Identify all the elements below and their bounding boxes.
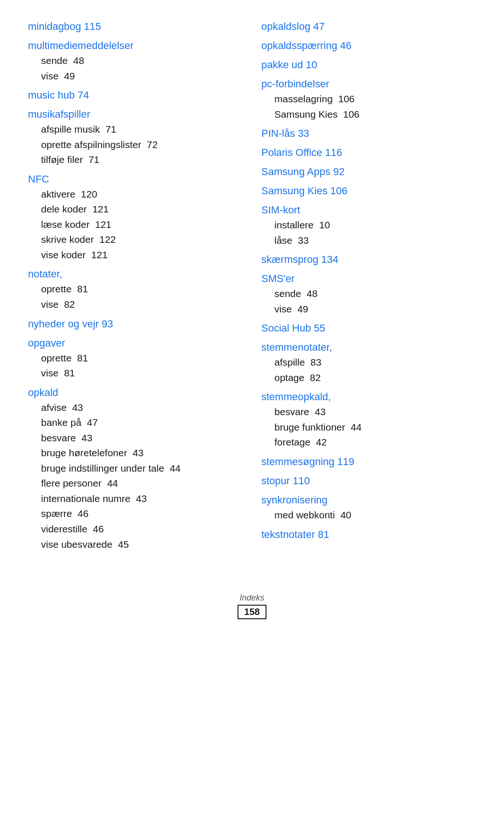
sub-entry: afvise 43	[28, 400, 243, 416]
sub-entry: banke på 47	[28, 415, 243, 431]
entry-block: pakke ud10	[261, 57, 476, 72]
entry-block: Samsung Kies106	[261, 183, 476, 198]
entry-heading: musikafspiller	[28, 106, 243, 122]
sub-entry: optage 82	[261, 370, 476, 386]
sub-entry: spærre 46	[28, 506, 243, 522]
entry-block: Polaris Office116	[261, 145, 476, 160]
entry-block: opkaldsspærring46	[261, 38, 476, 53]
sub-entry: besvare 43	[261, 404, 476, 420]
sub-entry: oprette afspilningslister 72	[28, 137, 243, 153]
entry-heading: stemmesøgning119	[261, 454, 476, 469]
sub-entry: vise 81	[28, 366, 243, 381]
entry-block: skærmsprog134	[261, 252, 476, 267]
entry-block: PIN-lås33	[261, 126, 476, 141]
entry-block: opgaveroprette 81vise 81	[28, 335, 243, 381]
entry-heading: opgaver	[28, 335, 243, 351]
footer: Indeks 158	[28, 584, 476, 619]
sub-entry: installere 10	[261, 218, 476, 233]
entry-block: minidagbog115	[28, 19, 243, 34]
page-content: minidagbog115multimediemeddelelsersende …	[28, 19, 476, 556]
sub-entry: dele koder 121	[28, 202, 243, 217]
sub-entry: besvare 43	[28, 431, 243, 446]
sub-entry: vise ubesvarede 45	[28, 537, 243, 552]
sub-entry: tilføje filer 71	[28, 152, 243, 168]
sub-entry: bruge indstillinger under tale 44	[28, 461, 243, 476]
sub-entry: afspille 83	[261, 355, 476, 370]
entry-heading: opkaldsspærring46	[261, 38, 476, 53]
entry-block: multimediemeddelelsersende 48vise 49	[28, 38, 243, 84]
entry-heading: pc-forbindelser	[261, 76, 476, 92]
entry-heading: stopur110	[261, 473, 476, 488]
entry-block: opkaldslog47	[261, 19, 476, 34]
sub-entry: vise koder 121	[28, 247, 243, 263]
entry-heading: tekstnotater81	[261, 527, 476, 542]
entry-heading: music hub74	[28, 87, 243, 103]
entry-heading: synkronisering	[261, 492, 476, 508]
sub-entry: sende 48	[261, 286, 476, 302]
sub-entry: afspille musik 71	[28, 122, 243, 137]
entry-heading: NFC	[28, 171, 243, 187]
entry-heading: opkaldslog47	[261, 19, 476, 34]
entry-block: stemmesøgning119	[261, 454, 476, 469]
entry-heading: stemmenotater,	[261, 339, 476, 355]
sub-entry: foretage 42	[261, 435, 476, 450]
entry-heading: stemmeopkald,	[261, 389, 476, 404]
entry-heading: pakke ud10	[261, 57, 476, 72]
entry-heading: opkald	[28, 385, 243, 400]
left-column: minidagbog115multimediemeddelelsersende …	[28, 19, 257, 556]
sub-entry: sende 48	[28, 53, 243, 69]
entry-block: notater,oprette 81vise 82	[28, 266, 243, 312]
footer-page: 158	[238, 605, 266, 619]
sub-entry: låse 33	[261, 233, 476, 248]
sub-entry: internationale numre 43	[28, 491, 243, 507]
sub-entry: vise 49	[261, 302, 476, 317]
sub-entry: bruge høretelefoner 43	[28, 445, 243, 461]
entry-heading: Samsung Apps92	[261, 164, 476, 179]
entry-block: opkaldafvise 43banke på 47besvare 43brug…	[28, 385, 243, 552]
sub-entry: viderestille 46	[28, 522, 243, 537]
entry-block: stemmeopkald,besvare 43bruge funktioner …	[261, 389, 476, 450]
sub-entry: skrive koder 122	[28, 232, 243, 247]
entry-block: SMS'ersende 48vise 49	[261, 271, 476, 317]
entry-block: synkroniseringmed webkonti 40	[261, 492, 476, 523]
sub-entry: læse koder 121	[28, 217, 243, 233]
entry-heading: Samsung Kies106	[261, 183, 476, 198]
entry-heading: SMS'er	[261, 271, 476, 286]
entry-heading: nyheder og vejr93	[28, 316, 243, 332]
entry-heading: PIN-lås33	[261, 126, 476, 141]
entry-heading: multimediemeddelelser	[28, 38, 243, 53]
footer-label: Indeks	[28, 593, 476, 603]
right-column: opkaldslog47opkaldsspærring46pakke ud10p…	[257, 19, 476, 556]
sub-entry: masselagring 106	[261, 92, 476, 107]
sub-entry: oprette 81	[28, 282, 243, 297]
entry-block: musikafspillerafspille musik 71oprette a…	[28, 106, 243, 168]
sub-entry: vise 49	[28, 69, 243, 84]
entry-heading: Social Hub55	[261, 320, 476, 336]
entry-block: NFCaktivere 120dele koder 121læse koder …	[28, 171, 243, 263]
sub-entry: Samsung Kies 106	[261, 107, 476, 122]
entry-block: tekstnotater81	[261, 527, 476, 542]
entry-heading: SIM-kort	[261, 202, 476, 218]
entry-block: SIM-kortinstallere 10låse 33	[261, 202, 476, 248]
entry-heading: notater,	[28, 266, 243, 282]
entry-block: stopur110	[261, 473, 476, 488]
entry-heading: minidagbog115	[28, 19, 243, 34]
sub-entry: med webkonti 40	[261, 508, 476, 523]
entry-block: stemmenotater,afspille 83optage 82	[261, 339, 476, 385]
sub-entry: bruge funktioner 44	[261, 420, 476, 435]
sub-entry: vise 82	[28, 297, 243, 312]
entry-block: pc-forbindelsermasselagring 106Samsung K…	[261, 76, 476, 122]
entry-block: music hub74	[28, 87, 243, 103]
entry-block: Samsung Apps92	[261, 164, 476, 179]
entry-block: Social Hub55	[261, 320, 476, 336]
entry-heading: skærmsprog134	[261, 252, 476, 267]
sub-entry: aktivere 120	[28, 187, 243, 202]
sub-entry: flere personer 44	[28, 476, 243, 491]
entry-heading: Polaris Office116	[261, 145, 476, 160]
sub-entry: oprette 81	[28, 351, 243, 366]
entry-block: nyheder og vejr93	[28, 316, 243, 332]
